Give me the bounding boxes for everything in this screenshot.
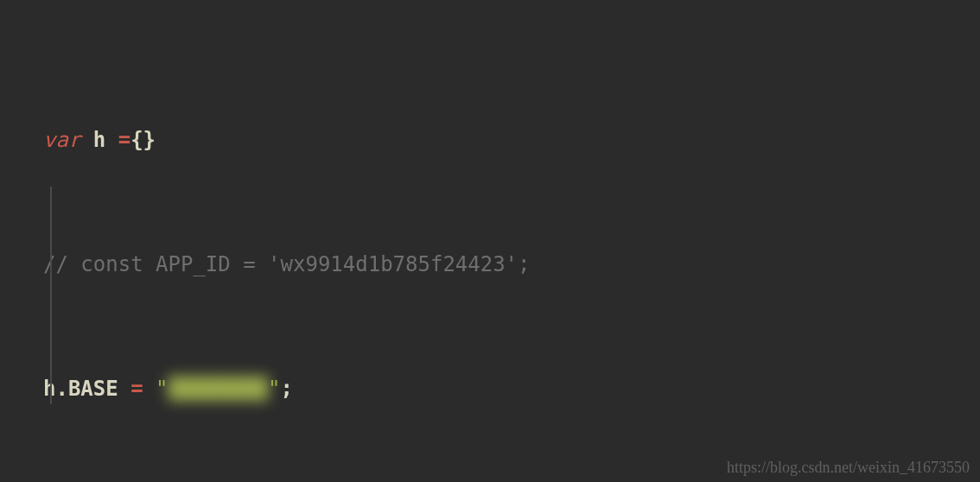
indent-guide	[50, 187, 52, 404]
operator: =	[130, 377, 143, 401]
string-quote: "	[268, 377, 280, 401]
code-line-comment: // const APP_ID = 'wx9914d1b785f24423';	[43, 249, 980, 280]
keyword-var: var	[43, 128, 80, 152]
watermark-text: https://blog.csdn.net/weixin_41673550	[727, 459, 970, 477]
code-editor: var h ={} // const APP_ID = 'wx9914d1b78…	[0, 0, 980, 482]
code-line: var h ={}	[43, 124, 980, 155]
semicolon: ;	[281, 377, 293, 401]
identifier: h	[93, 128, 105, 152]
dot: .	[55, 377, 67, 401]
code-line: h.BASE = "████████";	[43, 373, 980, 404]
operator: =	[118, 128, 130, 152]
redacted-text: ████████	[169, 377, 269, 401]
property: BASE	[68, 377, 118, 401]
braces: {}	[130, 128, 156, 152]
string-quote: "	[156, 377, 168, 401]
